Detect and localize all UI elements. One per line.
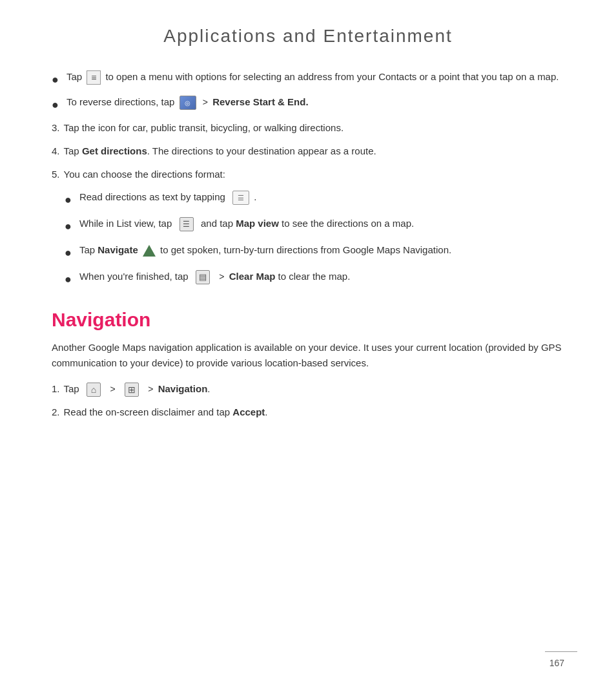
item-content: Read the on-screen disclaimer and tap Ac… — [64, 405, 564, 420]
item-number: 1. — [52, 381, 60, 397]
bullet-dot: ● — [65, 191, 72, 209]
clearmap-icon — [196, 270, 210, 284]
item-number: 2. — [52, 405, 60, 420]
bullet-dot: ● — [65, 218, 72, 235]
apps-icon — [125, 383, 139, 397]
bullet-dot: ● — [65, 244, 72, 262]
bullet-content: Tap Navigate to get spoken, turn-by-turn… — [79, 243, 564, 258]
nav-step-2: 2. Read the on-screen disclaimer and tap… — [52, 405, 564, 420]
gt-symbol: > — [219, 271, 224, 282]
item-content: Tap > > Navigation. — [64, 381, 564, 397]
page-title: Applications and Entertainment — [52, 26, 564, 47]
item-number: 4. — [52, 143, 60, 159]
directions-icon — [180, 96, 196, 110]
list-item: ● While in List view, tap and tap Map vi… — [65, 216, 564, 235]
listview-icon — [180, 217, 194, 231]
page-line — [545, 651, 577, 652]
item-number: 3. — [52, 120, 60, 136]
menu-icon — [87, 70, 101, 85]
gt-symbol: > — [203, 97, 208, 107]
navigation-description: Another Google Maps navigation applicati… — [52, 340, 564, 371]
item-content: Tap the icon for car, public transit, bi… — [64, 120, 564, 136]
list-item: ● When you're finished, tap > Clear Map … — [65, 269, 564, 288]
bullet-content: While in List view, tap and tap Map view… — [79, 216, 564, 231]
numbered-item-5: 5. You can choose the directions format: — [52, 167, 564, 182]
bold-text: Map view — [236, 218, 279, 229]
numbered-item-3: 3. Tap the icon for car, public transit,… — [52, 120, 564, 136]
navigate-icon — [143, 245, 156, 257]
bullet-dot: ● — [52, 71, 59, 89]
list-item: ● To reverse directions, tap > Reverse S… — [52, 95, 564, 114]
list-item: ● Tap Navigate to get spoken, turn-by-tu… — [65, 243, 564, 262]
page-number: 167 — [549, 658, 564, 668]
bullet-content: Read directions as text by tapping . — [79, 190, 564, 205]
gt-symbol: > — [110, 384, 115, 394]
bullet-content: Tap to open a menu with options for sele… — [67, 70, 564, 85]
list-item: ● Read directions as text by tapping . — [65, 190, 564, 209]
item-number: 5. — [52, 167, 60, 182]
bullet-dot: ● — [52, 96, 59, 114]
bold-text: Navigation — [158, 383, 208, 394]
nav-step-1: 1. Tap > > Navigation. — [52, 381, 564, 397]
gt-symbol: > — [148, 384, 153, 394]
bold-text: Get directions — [82, 145, 147, 156]
bold-text: Navigate — [98, 244, 138, 255]
bold-text: Clear Map — [229, 271, 276, 282]
numbered-item-4: 4. Tap Get directions. The directions to… — [52, 143, 564, 159]
text-directions-icon — [232, 191, 249, 205]
sub-bullet-list: ● Read directions as text by tapping . ●… — [65, 190, 564, 288]
bullet-dot: ● — [65, 271, 72, 288]
bullet-content: When you're finished, tap > Clear Map to… — [79, 269, 564, 284]
bold-text: Accept — [232, 406, 265, 417]
item-content: Tap Get directions. The directions to yo… — [64, 143, 564, 159]
home-icon — [87, 383, 101, 397]
list-item: ● Tap to open a menu with options for se… — [52, 70, 564, 89]
item-content: You can choose the directions format: — [64, 167, 564, 182]
section-heading-navigation: Navigation — [52, 309, 564, 331]
bullet-content: To reverse directions, tap > Reverse Sta… — [67, 95, 564, 110]
bold-text: Reverse Start & End. — [212, 96, 308, 107]
top-bullet-list: ● Tap to open a menu with options for se… — [52, 70, 564, 114]
